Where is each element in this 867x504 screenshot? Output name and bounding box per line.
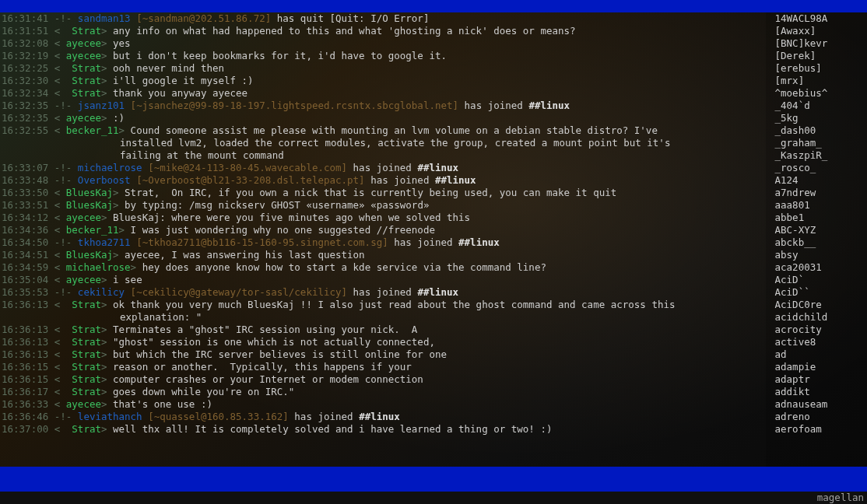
nick-entry[interactable]: _404`d — [769, 100, 867, 112]
nick-entry[interactable]: absy — [769, 249, 867, 261]
nick-entry[interactable]: acidchild — [769, 311, 867, 324]
nick-entry[interactable]: [erebus] — [769, 62, 867, 75]
log-line: 16:34:59 < michaelrose> hey does anyone … — [2, 261, 766, 274]
nick-entry[interactable]: aca20031 — [769, 261, 867, 274]
nick-entry[interactable]: _KaszpiR_ — [769, 149, 867, 162]
status-bar-2: % | 10 #archlinux.de | 11 ##c | 12 ##c++… — [0, 479, 867, 492]
log-line: 16:32:19 < ayecee> but i don't keep book… — [2, 50, 766, 62]
log-line: 16:36:13 < Strat> but which the IRC serv… — [2, 348, 766, 361]
nick-entry[interactable]: a7ndrew — [769, 187, 867, 199]
tmux-host: magellan — [817, 492, 864, 504]
nick-entry[interactable]: A124 — [769, 174, 867, 187]
nick-entry[interactable]: adreno — [769, 411, 867, 423]
nick-entry[interactable]: _rosco_ — [769, 162, 867, 174]
nick-entry[interactable]: ABC-XYZ — [769, 224, 867, 236]
nick-entry[interactable]: _5kg — [769, 112, 867, 124]
log-line: 16:34:50 -!- tkhoa2711 [~tkhoa2711@bb116… — [2, 236, 766, 249]
log-line: 16:36:46 -!- leviathanch [~quassel@160.8… — [2, 411, 766, 423]
log-line: 16:35:04 < ayecee> i see — [2, 274, 766, 286]
log-line: 16:34:36 < becker_11> I was just wonderi… — [2, 224, 766, 236]
log-line: explanation: " — [2, 311, 766, 324]
log-line: failing at the mount command — [2, 149, 766, 162]
nick-entry[interactable]: aaa801 — [769, 199, 867, 212]
status-bar-1: 14 16:37:02 freanux (+Zi) freenode ##lin… — [0, 467, 867, 479]
nick-entry[interactable]: abckb__ — [769, 236, 867, 249]
nick-entry[interactable]: AciDC0re — [769, 299, 867, 311]
log-line: 16:32:35 -!- jsanz101 [~jsanchez@99-89-1… — [2, 100, 766, 112]
nick-entry[interactable]: adnauseam — [769, 398, 867, 411]
main-area: 16:31:41 -!- sandman13 [~sandman@202.51.… — [0, 12, 867, 467]
nick-entry[interactable]: adampie — [769, 361, 867, 373]
nick-entry[interactable]: [BNC]kevr — [769, 37, 867, 50]
log-line: 16:31:41 -!- sandman13 [~sandman@202.51.… — [2, 12, 766, 25]
log-line: 16:32:55 < becker_11> Cound someone assi… — [2, 124, 766, 137]
nick-entry[interactable]: [Awaxx] — [769, 25, 867, 37]
log-line: 16:33:07 -!- michaelrose [~mike@24-113-8… — [2, 162, 766, 174]
nick-entry[interactable]: addikt — [769, 386, 867, 398]
log-line: 16:36:15 < Strat> reason or another. Typ… — [2, 361, 766, 373]
nick-entry[interactable]: ad — [769, 348, 867, 361]
nick-entry[interactable]: _dash00 — [769, 124, 867, 137]
log-line: 16:31:51 < Strat> any info on what had h… — [2, 25, 766, 37]
nick-entry[interactable]: aerofoam — [769, 423, 867, 436]
nick-entry[interactable]: abbe1 — [769, 212, 867, 224]
nick-entry[interactable]: adaptr — [769, 373, 867, 386]
log-line: 16:35:53 -!- cekilicy [~cekilicy@gateway… — [2, 286, 766, 299]
chat-log[interactable]: 16:31:41 -!- sandman13 [~sandman@202.51.… — [0, 12, 766, 467]
channel-topic-bar: Forums is back in testing http://forums.… — [0, 0, 867, 12]
nick-entry[interactable]: [mrx] — [769, 75, 867, 87]
log-line: 16:32:35 < ayecee> :) — [2, 112, 766, 124]
log-line: 16:36:17 < Strat> goes down while you're… — [2, 386, 766, 398]
nick-entry[interactable]: 14WACL98A — [769, 12, 867, 25]
log-line: installed lvm2, loaded the correct modul… — [2, 137, 766, 149]
log-line: 16:33:50 < BluesKaj> Strat, On IRC, if y… — [2, 187, 766, 199]
log-line: 16:34:51 < BluesKaj> ayecee, I was answe… — [2, 249, 766, 261]
log-line: 16:36:13 < Strat> "ghost" session is one… — [2, 336, 766, 348]
log-line: 16:32:08 < ayecee> yes — [2, 37, 766, 50]
log-line: 16:37:00 < Strat> well thx all! It is co… — [2, 423, 766, 436]
log-line: 16:36:15 < Strat> computer crashes or yo… — [2, 373, 766, 386]
nick-list[interactable]: 14WACL98A [Awaxx] [BNC]kevr [Derek] [ere… — [766, 12, 867, 467]
log-line: 16:32:25 < Strat> ooh never mind then — [2, 62, 766, 75]
nick-entry[interactable]: _graham_ — [769, 137, 867, 149]
tmux-status-bar: [work] 1 ❯ bash 2 ❯ bash 3 ❯ bash 7 ❯ mu… — [0, 492, 867, 504]
nick-entry[interactable]: AciD`` — [769, 286, 867, 299]
nick-entry[interactable]: ^moebius^ — [769, 87, 867, 100]
nick-entry[interactable]: AciD` — [769, 274, 867, 286]
nick-entry[interactable]: active8 — [769, 336, 867, 348]
log-line: 16:32:34 < Strat> thank you anyway ayece… — [2, 87, 766, 100]
log-line: 16:32:30 < Strat> i'll google it myself … — [2, 75, 766, 87]
log-line: 16:36:13 < Strat> Terminates a "ghost" I… — [2, 324, 766, 336]
log-line: 16:33:48 -!- Overboost [~Overboost@bl21-… — [2, 174, 766, 187]
log-line: 16:36:33 < ayecee> that's one use :) — [2, 398, 766, 411]
nick-entry[interactable]: acrocity — [769, 324, 867, 336]
nick-entry[interactable]: [Derek] — [769, 50, 867, 62]
log-line: 16:36:13 < Strat> ok thank you very much… — [2, 299, 766, 311]
log-line: 16:34:12 < ayecee> BluesKaj: where were … — [2, 212, 766, 224]
log-line: 16:33:51 < BluesKaj> by typing: /msg nic… — [2, 199, 766, 212]
